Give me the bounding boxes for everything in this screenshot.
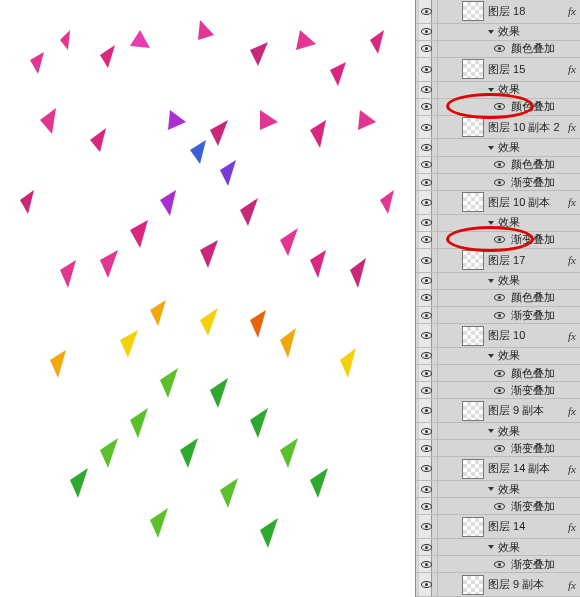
effects-row[interactable]: 效果 [416,481,580,498]
fx-badge[interactable]: fx [568,196,576,208]
effects-row[interactable]: 效果 [416,139,580,156]
layer-name[interactable]: 图层 17 [488,253,564,268]
visibility-toggle[interactable] [416,0,438,23]
effect-item-row[interactable]: 颜色叠加 [416,365,580,382]
layer-thumbnail[interactable] [462,117,484,137]
visibility-toggle[interactable] [416,573,438,596]
eye-icon[interactable] [494,445,505,452]
fx-badge[interactable]: fx [568,463,576,475]
eye-icon[interactable] [494,179,505,186]
layer-thumbnail[interactable] [462,59,484,79]
visibility-toggle[interactable] [416,139,438,155]
visibility-toggle[interactable] [416,215,438,231]
visibility-toggle[interactable] [416,457,438,480]
fx-badge[interactable]: fx [568,521,576,533]
fx-badge[interactable]: fx [568,254,576,266]
eye-icon[interactable] [494,312,505,319]
effect-item-row[interactable]: 渐变叠加 [416,440,580,457]
layer-thumbnail[interactable] [462,575,484,595]
layer-name[interactable]: 图层 9 副本 [488,577,564,592]
layer-thumbnail[interactable] [462,1,484,21]
chevron-down-icon[interactable] [488,279,494,283]
visibility-toggle[interactable] [416,324,438,347]
layer-thumbnail[interactable] [462,459,484,479]
layer-name[interactable]: 图层 14 [488,519,564,534]
eye-icon[interactable] [494,45,505,52]
layer-row[interactable]: 图层 9 副本fx [416,399,580,423]
visibility-toggle[interactable] [416,82,438,98]
layer-thumbnail[interactable] [462,326,484,346]
visibility-toggle[interactable] [416,498,438,514]
layer-name[interactable]: 图层 9 副本 [488,403,564,418]
fx-badge[interactable]: fx [568,63,576,75]
eye-icon[interactable] [494,503,505,510]
effect-item-row[interactable]: 渐变叠加 [416,556,580,573]
effect-item-row[interactable]: 颜色叠加 [416,157,580,174]
visibility-toggle[interactable] [416,191,438,214]
layer-row[interactable]: 图层 10 副本fx [416,191,580,215]
effect-item-row[interactable]: 渐变叠加 [416,382,580,399]
chevron-down-icon[interactable] [488,146,494,150]
effects-row[interactable]: 效果 [416,348,580,365]
layer-name[interactable]: 图层 14 副本 [488,461,564,476]
visibility-toggle[interactable] [416,365,438,381]
layer-row[interactable]: 图层 17fx [416,249,580,273]
visibility-toggle[interactable] [416,556,438,572]
visibility-toggle[interactable] [416,290,438,306]
layer-thumbnail[interactable] [462,192,484,212]
fx-badge[interactable]: fx [568,579,576,591]
effects-row[interactable]: 效果 [416,24,580,41]
eye-icon[interactable] [494,236,505,243]
fx-badge[interactable]: fx [568,5,576,17]
visibility-toggle[interactable] [416,273,438,289]
visibility-toggle[interactable] [416,348,438,364]
layer-thumbnail[interactable] [462,401,484,421]
visibility-toggle[interactable] [416,41,438,57]
visibility-toggle[interactable] [416,116,438,139]
layer-name[interactable]: 图层 15 [488,62,564,77]
layer-thumbnail[interactable] [462,250,484,270]
chevron-down-icon[interactable] [488,487,494,491]
visibility-toggle[interactable] [416,399,438,422]
visibility-toggle[interactable] [416,24,438,40]
chevron-down-icon[interactable] [488,545,494,549]
visibility-toggle[interactable] [416,307,438,323]
fx-badge[interactable]: fx [568,405,576,417]
effect-item-row[interactable]: 颜色叠加 [416,290,580,307]
fx-badge[interactable]: fx [568,330,576,342]
visibility-toggle[interactable] [416,382,438,398]
document-canvas[interactable] [0,0,415,597]
eye-icon[interactable] [494,370,505,377]
effect-item-row[interactable]: 渐变叠加 [416,498,580,515]
visibility-toggle[interactable] [416,539,438,555]
layer-row[interactable]: 图层 14 副本fx [416,457,580,481]
layers-panel[interactable]: 图层 18fx效果颜色叠加图层 15fx效果颜色叠加图层 10 副本 2fx效果… [415,0,580,597]
chevron-down-icon[interactable] [488,221,494,225]
effects-row[interactable]: 效果 [416,273,580,290]
visibility-toggle[interactable] [416,157,438,173]
chevron-down-icon[interactable] [488,429,494,433]
layer-row[interactable]: 图层 10fx [416,324,580,348]
fx-badge[interactable]: fx [568,121,576,133]
layer-thumbnail[interactable] [462,517,484,537]
eye-icon[interactable] [494,294,505,301]
visibility-toggle[interactable] [416,249,438,272]
visibility-toggle[interactable] [416,58,438,81]
visibility-toggle[interactable] [416,99,438,115]
effects-row[interactable]: 效果 [416,82,580,99]
effect-item-row[interactable]: 颜色叠加 [416,99,580,116]
layer-name[interactable]: 图层 10 副本 [488,195,564,210]
layer-row[interactable]: 图层 18fx [416,0,580,24]
visibility-toggle[interactable] [416,481,438,497]
layer-row[interactable]: 图层 9 副本fx [416,573,580,597]
effects-row[interactable]: 效果 [416,215,580,232]
effect-item-row[interactable]: 渐变叠加 [416,174,580,191]
eye-icon[interactable] [494,103,505,110]
effect-item-row[interactable]: 渐变叠加 [416,307,580,324]
layer-name[interactable]: 图层 18 [488,4,564,19]
eye-icon[interactable] [494,387,505,394]
visibility-toggle[interactable] [416,174,438,190]
effect-item-row[interactable]: 渐变叠加 [416,232,580,249]
layer-name[interactable]: 图层 10 副本 2 [488,120,564,135]
chevron-down-icon[interactable] [488,30,494,34]
